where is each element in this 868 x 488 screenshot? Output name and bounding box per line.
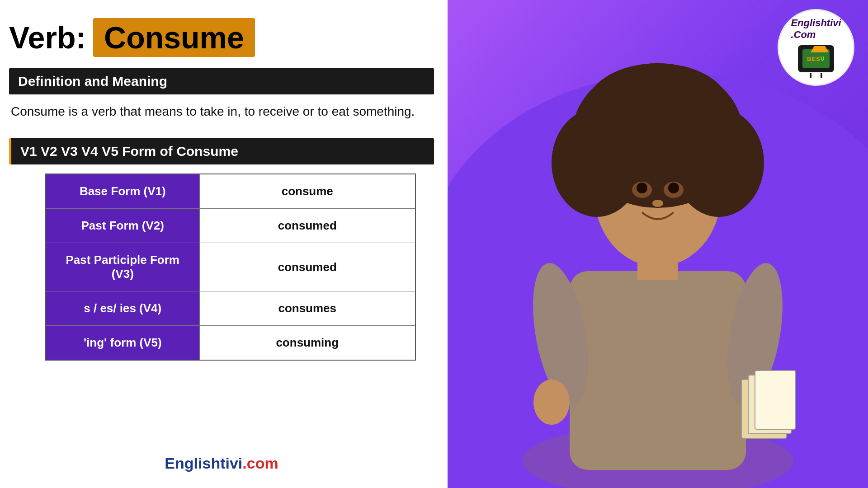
table-label-3: s / es/ ies (V4) xyxy=(46,291,199,326)
svg-point-9 xyxy=(579,81,651,163)
table-row: s / es/ ies (V4) consumes xyxy=(46,291,415,326)
table-value-3: consumes xyxy=(199,291,415,326)
svg-point-18 xyxy=(533,380,570,425)
logo: Englishtivi.Com BESU xyxy=(778,9,854,86)
definition-text: Consume is a verb that means to take in,… xyxy=(9,103,434,120)
table-row: Base Form (V1) consume xyxy=(46,174,415,209)
table-row: 'ing' form (V5) consuming xyxy=(46,326,415,361)
verb-title: Verb: Consume xyxy=(9,18,434,57)
table-value-2: consumed xyxy=(199,243,415,291)
left-panel: Verb: Consume Definition and Meaning Con… xyxy=(0,0,448,488)
logo-tv-legs xyxy=(810,73,822,78)
definition-heading: Definition and Meaning xyxy=(9,68,434,94)
forms-heading: V1 V2 V3 V4 V5 Form of Consume xyxy=(9,138,434,164)
table-value-0: consume xyxy=(199,174,415,209)
table-row: Past Participle Form (V3) consumed xyxy=(46,243,415,291)
svg-point-10 xyxy=(665,81,737,163)
logo-tv: BESU xyxy=(798,45,834,72)
person-svg xyxy=(488,54,827,488)
footer-text-blue: Englishtivi xyxy=(165,455,242,472)
verb-label: Verb: xyxy=(9,20,86,55)
table-value-1: consumed xyxy=(199,209,415,243)
svg-rect-22 xyxy=(755,371,796,429)
table-label-2: Past Participle Form (V3) xyxy=(46,243,199,291)
right-panel: Englishtivi.Com BESU xyxy=(448,0,868,488)
verb-word: Consume xyxy=(93,18,255,57)
table-label-0: Base Form (V1) xyxy=(46,174,199,209)
svg-point-14 xyxy=(668,183,679,193)
verb-forms-table: Base Form (V1) consume Past Form (V2) co… xyxy=(45,174,416,361)
svg-point-15 xyxy=(652,200,663,207)
logo-tv-screen: BESU xyxy=(802,49,830,68)
logo-text: Englishtivi.Com xyxy=(791,17,841,41)
footer-text-red: .com xyxy=(242,455,278,472)
svg-rect-2 xyxy=(570,271,746,470)
svg-point-13 xyxy=(637,183,647,193)
table-label-4: 'ing' form (V5) xyxy=(46,326,199,361)
table-row: Past Form (V2) consumed xyxy=(46,209,415,243)
table-label-1: Past Form (V2) xyxy=(46,209,199,243)
person-image xyxy=(466,45,850,488)
table-value-4: consuming xyxy=(199,326,415,361)
footer: Englishtivi.com xyxy=(9,450,434,479)
